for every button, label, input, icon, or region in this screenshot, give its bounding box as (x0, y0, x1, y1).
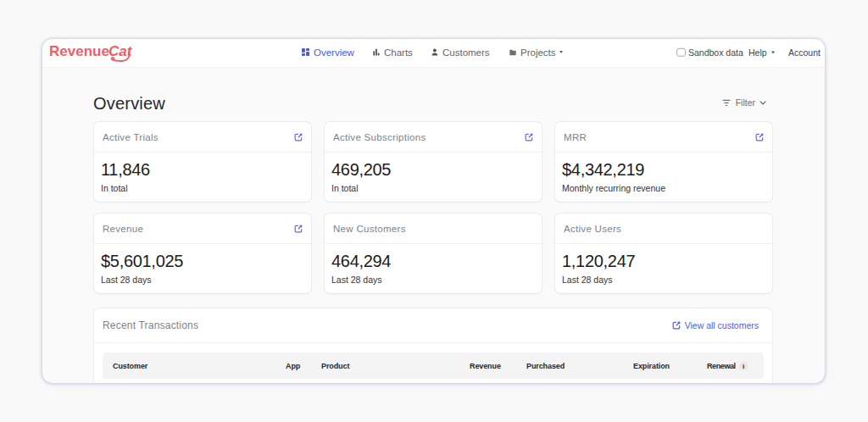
svg-text:i: i (743, 362, 744, 369)
